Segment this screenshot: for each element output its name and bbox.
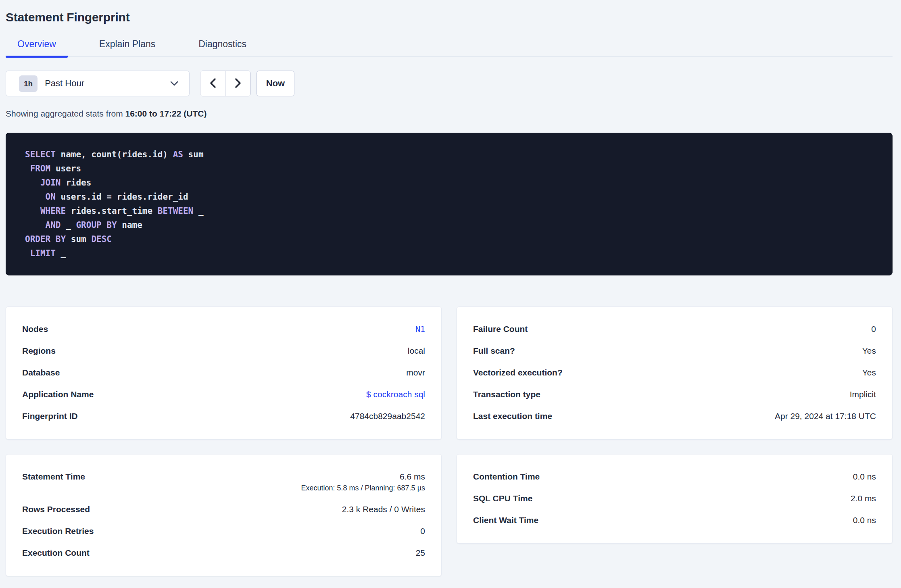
- sql-text: rides: [61, 178, 92, 188]
- stat-value-wrap: 0: [871, 323, 876, 335]
- sql-text: [25, 164, 30, 173]
- stat-row: Application Name$ cockroach sql: [22, 384, 425, 405]
- stat-value: 0.0 ns: [853, 471, 876, 482]
- sql-keyword: AND: [46, 220, 61, 230]
- sql-keyword: AS: [173, 150, 183, 159]
- stat-value: 2.0 ms: [851, 493, 876, 504]
- stat-row: NodesN1: [22, 318, 425, 340]
- stat-label: Transaction type: [473, 389, 540, 400]
- stat-value-wrap: movr: [406, 367, 425, 378]
- stat-label: Contention Time: [473, 471, 540, 482]
- stat-value-wrap: Yes: [862, 367, 876, 378]
- sql-text: name: [117, 220, 142, 230]
- chevron-down-icon: [170, 81, 179, 86]
- stat-label: Application Name: [22, 389, 94, 400]
- sql-keyword: FROM: [30, 164, 51, 173]
- sql-text: name, count(rides.id): [56, 150, 173, 159]
- sql-keyword: JOIN: [40, 178, 61, 188]
- stat-row: Full scan?Yes: [473, 340, 876, 362]
- sql-line: SELECT name, count(rides.id) AS sum: [25, 148, 876, 162]
- stat-label: Fingerprint ID: [22, 411, 78, 422]
- stat-row: Fingerprint ID4784cb829aab2542: [22, 405, 425, 427]
- stat-row: Execution Retries0: [22, 520, 425, 542]
- stat-row: Statement Time6.6 msExecution: 5.8 ms / …: [22, 466, 425, 498]
- stat-value: 0: [420, 525, 425, 537]
- stat-value: 4784cb829aab2542: [350, 411, 425, 422]
- sql-text: _: [56, 248, 66, 258]
- stat-value: Yes: [862, 345, 876, 357]
- stat-row: Contention Time0.0 ns: [473, 466, 876, 488]
- sql-line: LIMIT _: [25, 246, 876, 261]
- time-step-buttons: [200, 71, 251, 96]
- stat-row: Regionslocal: [22, 340, 425, 362]
- stat-row: Transaction typeImplicit: [473, 384, 876, 405]
- stat-label: Client Wait Time: [473, 515, 538, 526]
- sql-keyword: DESC: [91, 234, 112, 244]
- time-range-value: Past Hour: [45, 78, 170, 89]
- stat-row: Last execution timeApr 29, 2024 at 17:18…: [473, 405, 876, 427]
- sql-keyword: WHERE: [40, 206, 66, 216]
- stat-value-wrap: N1: [415, 323, 425, 335]
- execution-attributes-card: Failure Count0Full scan?YesVectorized ex…: [457, 307, 893, 440]
- sql-keyword: SELECT: [25, 150, 56, 159]
- stat-value-wrap: local: [408, 345, 425, 357]
- page-title: Statement Fingerprint: [6, 10, 893, 24]
- sql-text: [25, 206, 40, 216]
- sql-text: sum: [183, 150, 204, 159]
- sql-line: JOIN rides: [25, 176, 876, 190]
- time-range-dropdown[interactable]: 1h Past Hour: [6, 71, 190, 96]
- prev-time-button[interactable]: [200, 71, 225, 96]
- sql-text: rides.start_time: [66, 206, 158, 216]
- time-picker-toolbar: 1h Past Hour Now: [6, 71, 893, 96]
- stat-label: Vectorized execution?: [473, 367, 563, 378]
- statement-details-card: NodesN1RegionslocalDatabasemovrApplicati…: [6, 307, 442, 440]
- stat-value-wrap: 0.0 ns: [853, 471, 876, 482]
- stat-value: Apr 29, 2024 at 17:18 UTC: [775, 411, 876, 422]
- stat-value: Implicit: [850, 389, 876, 400]
- stats-range: 16:00 to 17:22 (UTC): [125, 109, 207, 118]
- stat-value: 0.0 ns: [853, 515, 876, 526]
- sql-keyword: ORDER BY: [25, 234, 66, 244]
- stat-value: 6.6 ms: [400, 471, 425, 482]
- tab-diagnostics[interactable]: Diagnostics: [187, 39, 258, 58]
- sql-statement: SELECT name, count(rides.id) AS sum FROM…: [6, 133, 893, 275]
- sql-line: WHERE rides.start_time BETWEEN _: [25, 204, 876, 218]
- tab-overview[interactable]: Overview: [6, 39, 68, 58]
- now-button[interactable]: Now: [257, 71, 294, 96]
- next-time-button[interactable]: [225, 71, 250, 96]
- stat-value: local: [408, 345, 425, 357]
- stat-row: Failure Count0: [473, 318, 876, 340]
- stat-value: 0: [871, 323, 876, 335]
- stat-label: Execution Count: [22, 547, 90, 559]
- stat-value: movr: [406, 367, 425, 378]
- stat-value-wrap: 0.0 ns: [853, 515, 876, 526]
- sql-text: _: [61, 220, 76, 230]
- stat-value-wrap: 2.3 k Reads / 0 Writes: [342, 504, 425, 515]
- statement-fingerprint-page: Statement Fingerprint OverviewExplain Pl…: [0, 0, 901, 576]
- wait-times-card: Contention Time0.0 nsSQL CPU Time2.0 msC…: [457, 454, 893, 544]
- sql-text: users.id = rides.rider_id: [56, 192, 188, 202]
- stat-value-link[interactable]: $ cockroach sql: [366, 389, 425, 400]
- stat-value-wrap: 6.6 msExecution: 5.8 ms / Planning: 687.…: [301, 471, 425, 493]
- stat-value-link[interactable]: N1: [415, 323, 425, 335]
- aggregated-stats-line: Showing aggregated stats from 16:00 to 1…: [6, 109, 893, 119]
- stat-label: Last execution time: [473, 411, 552, 422]
- sql-keyword: GROUP BY: [76, 220, 117, 230]
- sql-line: FROM users: [25, 162, 876, 176]
- stat-value: 2.3 k Reads / 0 Writes: [342, 504, 425, 515]
- sql-line: ON users.id = rides.rider_id: [25, 190, 876, 204]
- stat-value-wrap: 2.0 ms: [851, 493, 876, 504]
- stat-row: Databasemovr: [22, 362, 425, 384]
- stat-value-wrap: Yes: [862, 345, 876, 357]
- stat-row: Rows Processed2.3 k Reads / 0 Writes: [22, 498, 425, 520]
- cards-grid: NodesN1RegionslocalDatabasemovrApplicati…: [6, 307, 893, 576]
- chevron-left-icon: [209, 77, 217, 90]
- sql-keyword: ON: [46, 192, 56, 202]
- sql-line: AND _ GROUP BY name: [25, 218, 876, 232]
- sql-text: _: [193, 206, 203, 216]
- stat-label: Database: [22, 367, 60, 378]
- tab-explain-plans[interactable]: Explain Plans: [88, 39, 167, 58]
- stat-row: Execution Count25: [22, 542, 425, 564]
- sql-text: sum: [66, 234, 91, 244]
- stat-value-wrap: Implicit: [850, 389, 876, 400]
